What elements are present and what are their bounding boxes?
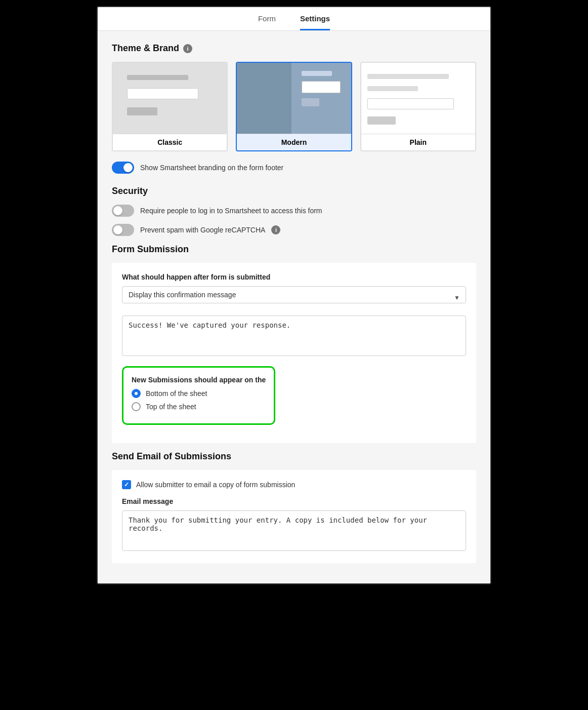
- security-section: Security Require people to log in to Sma…: [112, 186, 476, 236]
- modern-left-block: [237, 63, 291, 134]
- classic-preview: [113, 63, 227, 134]
- login-toggle-slider[interactable]: [112, 205, 134, 217]
- modern-input-mock: [302, 81, 341, 93]
- plain-label: Plain: [361, 134, 475, 150]
- modern-btn-mock: [302, 98, 319, 106]
- classic-label: Classic: [113, 134, 227, 150]
- radio-top-label: Top of the sheet: [146, 403, 196, 411]
- plain-bar1: [367, 74, 449, 79]
- after-submit-dropdown[interactable]: Display this confirmation message: [122, 286, 466, 303]
- modern-preview: [237, 63, 351, 134]
- modern-bar: [302, 71, 332, 76]
- email-message-textarea[interactable]: [122, 510, 466, 551]
- main-content: Theme & Brand i Classic: [98, 31, 490, 583]
- tab-settings-label: Settings: [300, 14, 330, 23]
- modern-right-block: [296, 63, 351, 134]
- plain-input-mock: [367, 98, 454, 109]
- plain-bar2: [367, 86, 418, 91]
- confirmation-message-textarea[interactable]: [122, 315, 466, 356]
- form-submission-section: Form Submission What should happen after…: [112, 244, 476, 443]
- captcha-toggle[interactable]: [112, 224, 134, 236]
- send-email-title: Send Email of Submissions: [112, 451, 231, 462]
- form-submission-card: What should happen after form is submitt…: [112, 263, 476, 443]
- send-email-section: Send Email of Submissions ✓ Allow submit…: [112, 451, 476, 563]
- captcha-toggle-row: Prevent spam with Google reCAPTCHA i: [112, 224, 476, 236]
- classic-bar: [127, 75, 188, 80]
- send-email-heading: Send Email of Submissions: [112, 451, 476, 462]
- classic-input-mock: [127, 88, 198, 99]
- security-heading: Security: [112, 186, 476, 196]
- radio-row-bottom: Bottom of the sheet: [132, 389, 266, 398]
- new-submissions-box: New Submissions should appear on the Bot…: [122, 366, 275, 425]
- modern-label: Modern: [237, 134, 351, 150]
- after-submit-dropdown-wrapper: Display this confirmation message ▼: [122, 286, 466, 309]
- app-container: Form Settings Theme & Brand i: [97, 6, 491, 584]
- branding-toggle[interactable]: [112, 162, 134, 174]
- radio-row-top: Top of the sheet: [132, 402, 266, 411]
- theme-brand-section: Theme & Brand i Classic: [112, 43, 476, 174]
- theme-brand-info-icon[interactable]: i: [183, 44, 192, 53]
- theme-brand-heading: Theme & Brand i: [112, 43, 476, 54]
- allow-email-checkbox[interactable]: ✓: [122, 480, 131, 489]
- login-toggle-row: Require people to log in to Smartsheet t…: [112, 205, 476, 217]
- allow-email-label: Allow submitter to email a copy of form …: [136, 481, 295, 489]
- plain-preview: [361, 63, 475, 134]
- captcha-info-icon[interactable]: i: [271, 225, 280, 234]
- theme-card-classic[interactable]: Classic: [112, 62, 228, 151]
- branding-toggle-row: Show Smartsheet branding on the form foo…: [112, 162, 476, 174]
- login-toggle-label: Require people to log in to Smartsheet t…: [140, 207, 322, 215]
- branding-toggle-label: Show Smartsheet branding on the form foo…: [140, 164, 283, 172]
- radio-top[interactable]: [132, 402, 141, 411]
- tab-bar: Form Settings: [98, 7, 490, 31]
- plain-btn-mock: [367, 116, 396, 125]
- theme-card-modern[interactable]: Modern: [236, 62, 352, 151]
- captcha-toggle-label: Prevent spam with Google reCAPTCHA: [140, 226, 265, 234]
- email-message-label: Email message: [122, 497, 466, 505]
- login-toggle[interactable]: [112, 205, 134, 217]
- branding-toggle-slider[interactable]: [112, 162, 134, 174]
- after-submit-label: What should happen after form is submitt…: [122, 273, 466, 281]
- checkmark-icon: ✓: [124, 481, 129, 488]
- new-submissions-title: New Submissions should appear on the: [132, 376, 266, 384]
- radio-bottom-label: Bottom of the sheet: [146, 389, 207, 398]
- captcha-toggle-slider[interactable]: [112, 224, 134, 236]
- theme-brand-title: Theme & Brand: [112, 43, 179, 54]
- tab-settings[interactable]: Settings: [300, 14, 330, 30]
- theme-card-plain[interactable]: Plain: [360, 62, 476, 151]
- allow-email-row: ✓ Allow submitter to email a copy of for…: [122, 480, 466, 489]
- security-title: Security: [112, 186, 148, 196]
- tab-form-label: Form: [258, 14, 276, 23]
- send-email-card: ✓ Allow submitter to email a copy of for…: [112, 470, 476, 563]
- tab-form[interactable]: Form: [258, 14, 276, 30]
- classic-btn-mock: [127, 107, 157, 115]
- form-submission-heading: Form Submission: [112, 244, 476, 255]
- theme-cards: Classic Modern: [112, 62, 476, 151]
- form-submission-title: Form Submission: [112, 244, 189, 255]
- radio-bottom[interactable]: [132, 389, 141, 398]
